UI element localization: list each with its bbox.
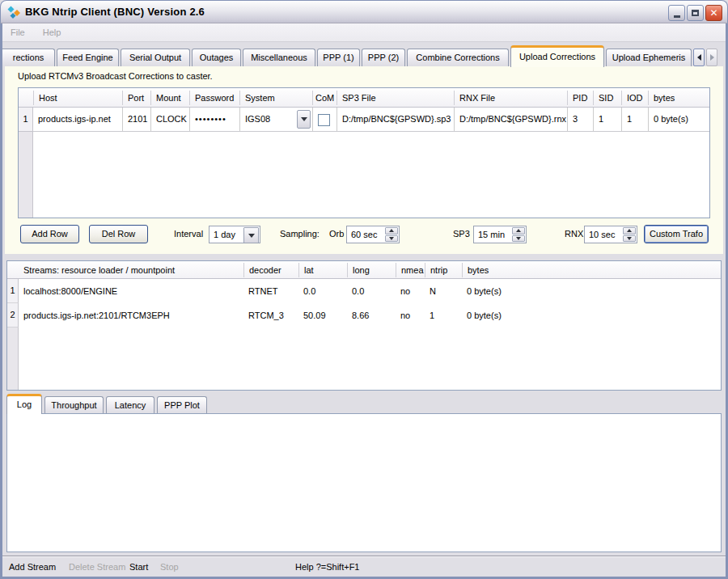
column-header-long[interactable]: long — [347, 263, 396, 277]
column-header-system[interactable]: System — [239, 91, 312, 105]
row-number[interactable]: 1 — [19, 108, 33, 132]
column-header-sp3-file[interactable]: SP3 File — [336, 91, 454, 105]
column-header-password[interactable]: Password — [189, 91, 239, 105]
cell-mount[interactable]: CLOCK — [150, 108, 189, 131]
tab-log[interactable]: Log — [6, 394, 42, 414]
add-row-button[interactable]: Add Row — [20, 225, 79, 243]
column-header-rnx-file[interactable]: RNX File — [454, 91, 567, 105]
spin-up-button[interactable] — [623, 227, 636, 235]
column-header-sid[interactable]: SID — [593, 91, 621, 105]
start-button[interactable]: Start — [129, 562, 148, 572]
sp3-spinbox[interactable]: 15 min — [473, 226, 527, 243]
column-header-bytes[interactable]: bytes — [648, 91, 709, 105]
add-stream-button[interactable]: Add Stream — [9, 562, 56, 572]
tab-miscellaneous[interactable]: Miscellaneous — [243, 49, 315, 66]
menu-file[interactable]: File — [11, 27, 25, 37]
cell-long[interactable]: 0.0 — [347, 279, 396, 303]
tab-upload-corrections[interactable]: Upload Corrections — [510, 45, 604, 67]
column-header-pid[interactable]: PID — [567, 91, 593, 105]
table-row[interactable]: products.igs-ip.net 2101 CLOCK •••••••• … — [19, 108, 709, 132]
column-header-ntrip[interactable]: ntrip — [425, 263, 462, 277]
cell-system-combobox[interactable]: IGS08 — [239, 108, 312, 131]
cell-rnx-file[interactable]: D:/tmp/BNC${GPSWD}.rnx — [454, 108, 567, 131]
table-row[interactable]: 1 localhost:8000/ENGINE RTNET 0.0 0.0 no… — [7, 279, 721, 303]
orb-spinbox[interactable]: 60 sec — [346, 226, 400, 243]
sampling-label: Sampling: — [280, 229, 320, 239]
streams-table: Streams: resource loader / mountpoint de… — [6, 260, 722, 391]
spin-up-button[interactable] — [512, 227, 525, 235]
window-title: BKG Ntrip Client (BNC) Version 2.6 — [25, 6, 205, 18]
tab-combine-corrections[interactable]: Combine Corrections — [407, 49, 509, 66]
delete-stream-button[interactable]: Delete Stream — [69, 562, 125, 572]
cell-bytes[interactable]: 0 byte(s) — [462, 303, 559, 328]
stop-button[interactable]: Stop — [160, 562, 179, 572]
tab-ppp-plot[interactable]: PPP Plot — [157, 396, 207, 414]
tab-corrections[interactable]: rections — [2, 49, 55, 66]
tab-ppp-1[interactable]: PPP (1) — [317, 49, 360, 66]
system-dropdown-button[interactable] — [297, 110, 311, 129]
close-button[interactable]: ✕ — [705, 5, 722, 21]
column-header-bytes[interactable]: bytes — [462, 263, 559, 277]
tab-throughput[interactable]: Throughput — [44, 396, 104, 414]
cell-sid[interactable]: 1 — [593, 108, 621, 131]
column-header-lat[interactable]: lat — [298, 263, 347, 277]
tab-outages[interactable]: Outages — [192, 49, 241, 66]
maximize-button[interactable] — [687, 5, 704, 21]
column-header-host[interactable]: Host — [33, 91, 122, 105]
column-header-decoder[interactable]: decoder — [243, 263, 298, 277]
tab-ppp-2[interactable]: PPP (2) — [362, 49, 405, 66]
spin-down-button[interactable] — [623, 235, 636, 243]
tab-scroll-right-button[interactable] — [706, 49, 717, 66]
log-output-area[interactable] — [6, 413, 722, 552]
spin-down-button[interactable] — [385, 235, 398, 243]
column-header-nmea[interactable]: nmea — [396, 263, 425, 277]
cell-decoder[interactable]: RTCM_3 — [243, 303, 298, 328]
tab-latency[interactable]: Latency — [106, 396, 154, 414]
table-row[interactable]: 2 products.igs-ip.net:2101/RTCM3EPH RTCM… — [7, 303, 721, 328]
upload-table: Host Port Mount Password System CoM SP3 … — [18, 87, 710, 218]
cell-lat[interactable]: 0.0 — [298, 279, 347, 303]
cell-mountpoint[interactable]: products.igs-ip.net:2101/RTCM3EPH — [19, 303, 243, 328]
cell-lat[interactable]: 50.09 — [298, 303, 347, 328]
column-header-mountpoint[interactable]: Streams: resource loader / mountpoint — [19, 263, 243, 277]
column-header-mount[interactable]: Mount — [150, 91, 189, 105]
column-header-com[interactable]: CoM — [312, 91, 336, 105]
cell-bytes[interactable]: 0 byte(s) — [648, 108, 709, 131]
interval-dropdown-button[interactable] — [243, 227, 259, 243]
row-number[interactable]: 2 — [7, 303, 19, 328]
maximize-icon — [692, 10, 699, 16]
row-number[interactable]: 1 — [7, 279, 19, 303]
cell-pid[interactable]: 3 — [567, 108, 593, 131]
cell-mountpoint[interactable]: localhost:8000/ENGINE — [19, 279, 243, 303]
cell-sp3-file[interactable]: D:/tmp/BNC${GPSWD}.sp3 — [336, 108, 454, 131]
column-header-rownum[interactable] — [19, 91, 33, 105]
cell-decoder[interactable]: RTNET — [243, 279, 298, 303]
cell-port[interactable]: 2101 — [122, 108, 150, 131]
cell-nmea[interactable]: no — [396, 279, 425, 303]
rnx-spinbox[interactable]: 10 sec — [584, 226, 637, 243]
tab-serial-output[interactable]: Serial Output — [121, 49, 190, 66]
cell-long[interactable]: 8.66 — [347, 303, 396, 328]
cell-ntrip[interactable]: N — [425, 279, 462, 303]
interval-combobox[interactable]: 1 day — [209, 226, 260, 243]
title-bar[interactable]: BKG Ntrip Client (BNC) Version 2.6 ✕ — [0, 0, 728, 23]
minimize-button[interactable] — [668, 5, 685, 21]
cell-bytes[interactable]: 0 byte(s) — [462, 279, 559, 303]
cell-iod[interactable]: 1 — [621, 108, 648, 131]
spin-down-button[interactable] — [512, 235, 525, 243]
column-header-iod[interactable]: IOD — [621, 91, 648, 105]
cell-nmea[interactable]: no — [396, 303, 425, 328]
tab-scroll-left-button[interactable] — [693, 49, 705, 66]
cell-host[interactable]: products.igs-ip.net — [33, 108, 122, 131]
cell-ntrip[interactable]: 1 — [425, 303, 462, 328]
tab-feed-engine[interactable]: Feed Engine — [57, 49, 119, 66]
tab-upload-ephemeris[interactable]: Upload Ephemeris — [606, 49, 692, 66]
del-row-button[interactable]: Del Row — [89, 225, 148, 243]
com-checkbox[interactable] — [318, 114, 330, 126]
spin-up-button[interactable] — [385, 227, 398, 235]
streams-table-header: Streams: resource loader / mountpoint de… — [7, 261, 721, 279]
menu-help[interactable]: Help — [43, 27, 61, 37]
cell-password[interactable]: •••••••• — [189, 108, 239, 131]
column-header-port[interactable]: Port — [122, 91, 150, 105]
custom-trafo-button[interactable]: Custom Trafo — [644, 225, 709, 243]
